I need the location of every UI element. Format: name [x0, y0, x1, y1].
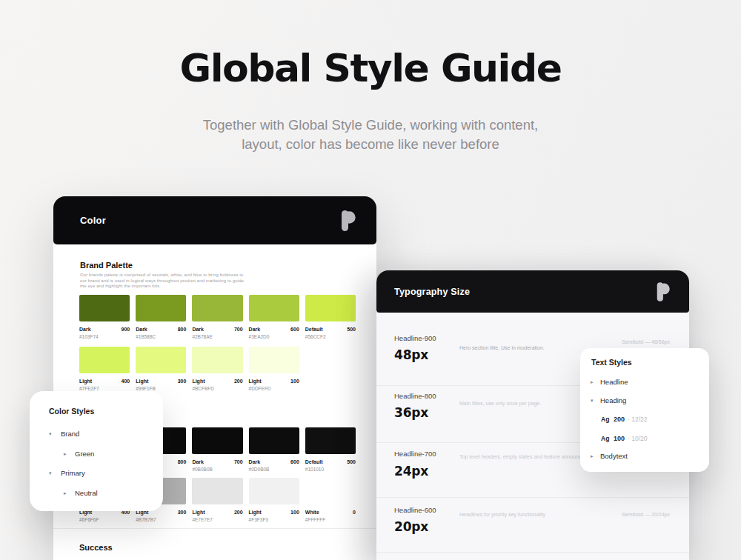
color-styles-panel-title: Color Styles — [49, 407, 94, 416]
tree-item-bodytext[interactable]: ▸Bodytext — [580, 452, 709, 462]
tree-item-label: Heading — [600, 396, 626, 404]
subtitle-line-2: layout, color has become like never befo… — [242, 136, 499, 152]
page-subtitle: Together with Global Style Guide, workin… — [0, 116, 741, 154]
type-style-size: 24px — [394, 464, 428, 479]
color-swatch — [305, 478, 356, 504]
swatch-weight: 600 — [290, 459, 299, 464]
chevron-down-icon[interactable]: ▾ — [591, 398, 594, 404]
type-style-size: 48px — [394, 347, 428, 362]
swatch-label-row: Light300 — [136, 379, 186, 384]
swatch-name: Dark — [192, 459, 204, 464]
swatch-name: Default — [305, 327, 323, 332]
type-style-description: Top level headers, empty states and feat… — [459, 454, 600, 459]
chevron-right-icon[interactable]: ▸ — [64, 490, 67, 496]
type-style-description: Main titles, use only once per page. — [459, 401, 541, 406]
swatch-name: White — [305, 510, 319, 515]
tree-item-green[interactable]: ▸Green — [30, 450, 163, 460]
chevron-right-icon[interactable]: ▸ — [591, 453, 594, 459]
color-swatch — [192, 347, 242, 373]
swatch-weight: 200 — [234, 510, 243, 515]
text-styles-panel: Text Styles ▸Headline▾HeadingAg200· 12/2… — [580, 348, 709, 472]
swatch-cell: Dark700#2B78AE — [192, 295, 242, 339]
swatch-name: Light — [249, 379, 262, 384]
swatch-hex: #6F6F6F — [79, 517, 130, 522]
type-style-name: Headline-900 — [394, 334, 436, 342]
success-title: Success — [79, 543, 113, 552]
brand-palette-title: Brand Palette — [80, 261, 133, 270]
brand-palette-description: Our brands palette is comprised of neutr… — [80, 273, 246, 290]
swatch-cell: Light200#E7E7E7 — [192, 478, 242, 522]
swatch-name: Light — [79, 379, 92, 384]
type-style-name: Headline-700 — [394, 450, 436, 458]
text-style-200[interactable]: Ag200· 12/22 — [580, 415, 709, 425]
swatch-weight: 400 — [122, 379, 130, 384]
swatch-cell: Default500#56CCF2 — [305, 295, 356, 339]
swatch-name: Dark — [192, 327, 204, 332]
p-logo-icon — [339, 210, 356, 231]
swatch-cell: Dark800#1B588C — [136, 295, 186, 339]
swatch-hex: #B7B7B7 — [136, 517, 186, 522]
swatch-hex: #3EA2D0 — [249, 334, 299, 339]
swatch-name: Light — [192, 510, 205, 515]
style-weight: 200 — [614, 416, 625, 423]
chevron-right-icon[interactable]: ▸ — [591, 379, 594, 385]
type-style-description: Hero section title. Use in moderation. — [459, 345, 545, 350]
chevron-down-icon[interactable]: ▾ — [49, 470, 52, 476]
swatch-cell: Light100#F3F3F3 — [249, 478, 299, 522]
swatch-name: Light — [136, 379, 148, 384]
tree-item-label: Brand — [61, 430, 79, 438]
swatch-name: Default — [305, 459, 323, 464]
swatch-hex: #F3F3F3 — [249, 517, 299, 522]
swatch-hex: #99F1FB — [136, 386, 186, 391]
swatch-label-row: Default500 — [305, 327, 356, 332]
type-style-size: 36px — [394, 405, 428, 420]
type-style-spec: Semibold — 20/24px — [622, 512, 670, 517]
color-swatch — [136, 347, 186, 373]
swatch-cell: Light100#DDFEFD — [249, 347, 299, 391]
type-style-spec: Semibold — 48/56px — [622, 339, 670, 344]
page-title: Global Style Guide — [0, 46, 741, 90]
swatch-name: Light — [192, 379, 205, 384]
tree-item-label: Neutral — [75, 489, 98, 497]
color-swatch — [79, 295, 130, 321]
swatch-hex: #101010 — [305, 467, 356, 472]
color-card-title: Color — [80, 215, 106, 226]
style-line-height: · 12/22 — [628, 416, 647, 423]
tree-item-headline[interactable]: ▸Headline — [580, 378, 709, 388]
typography-card-header: Typography Size — [376, 270, 689, 313]
tree-item-primary[interactable]: ▾Primary — [30, 469, 163, 479]
tree-item-label: Bodytext — [600, 452, 628, 460]
swatch-name: Dark — [136, 327, 147, 332]
swatch-weight: 700 — [234, 327, 243, 332]
swatch-name: Light — [249, 510, 262, 515]
swatch-hex: #2B78AE — [192, 334, 242, 339]
divider — [53, 528, 376, 529]
swatch-hex: #1B588C — [136, 334, 186, 339]
color-swatch — [136, 295, 186, 321]
color-swatch — [249, 295, 299, 321]
swatch-hex: #E7E7E7 — [192, 517, 242, 522]
tree-item-brand[interactable]: ▾Brand — [30, 430, 163, 440]
color-swatch — [192, 295, 242, 321]
text-style-100[interactable]: Ag100· 10/20 — [580, 434, 709, 444]
swatch-hex: #FFFFFF — [305, 517, 356, 522]
color-swatch — [192, 478, 242, 504]
swatch-cell: Dark900#103F74 — [79, 295, 130, 339]
chevron-down-icon[interactable]: ▾ — [49, 431, 52, 437]
color-swatch — [192, 427, 242, 454]
brand-swatch-row-1: Dark900#103F74Dark800#1B588CDark700#2B78… — [79, 295, 356, 339]
swatch-weight: 100 — [290, 510, 299, 515]
swatch-weight: 800 — [178, 327, 187, 332]
subtitle-line-1: Together with Global Style Guide, workin… — [203, 117, 538, 133]
swatch-weight: 200 — [234, 379, 243, 384]
tree-item-heading[interactable]: ▾Heading — [580, 396, 709, 407]
swatch-label-row: Dark800 — [136, 327, 186, 332]
swatch-label-row: Light200 — [192, 510, 242, 515]
tree-item-neutral[interactable]: ▸Neutral — [30, 489, 163, 499]
tree-item-label: Primary — [61, 469, 85, 477]
swatch-name: Dark — [249, 327, 261, 332]
swatch-hex: #103F74 — [79, 334, 130, 339]
chevron-right-icon[interactable]: ▸ — [64, 451, 67, 457]
swatch-weight: 100 — [290, 379, 299, 384]
swatch-weight: 300 — [178, 510, 187, 515]
